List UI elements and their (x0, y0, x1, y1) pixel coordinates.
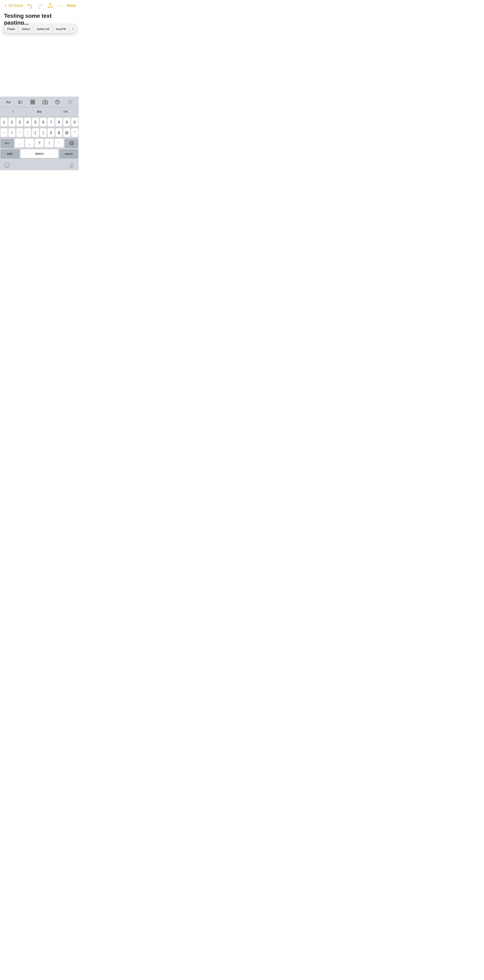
back-button[interactable] (3, 3, 8, 8)
key-0[interactable]: 0 (71, 118, 78, 127)
paste-button[interactable]: Paste (4, 25, 18, 33)
more-button[interactable] (57, 2, 63, 9)
markup-button[interactable] (53, 99, 62, 105)
back-label: All iCloud (8, 4, 23, 8)
nav-bar: All iCloud (0, 0, 79, 11)
key-quote[interactable]: " (71, 128, 78, 137)
key-9[interactable]: 9 (63, 118, 70, 127)
svg-rect-25 (71, 163, 72, 166)
key-comma[interactable]: , (25, 139, 34, 148)
select-button[interactable]: Select (18, 25, 33, 33)
svg-point-13 (44, 102, 46, 103)
action-row: ABC space return (0, 148, 79, 160)
svg-point-22 (5, 163, 10, 168)
autofill-button[interactable]: AutoFill (53, 25, 69, 33)
keyboard-close-button[interactable] (66, 99, 74, 105)
bottom-bar (0, 160, 79, 170)
done-button[interactable]: Done (67, 4, 76, 8)
key-5[interactable]: 5 (32, 118, 39, 127)
checklist-button[interactable] (16, 99, 25, 105)
key-at[interactable]: @ (63, 128, 70, 137)
autocomplete-i[interactable]: i (0, 107, 26, 116)
emoji-button[interactable] (3, 161, 11, 169)
autocomplete-bar: i the i'm (0, 107, 79, 116)
key-ampersand[interactable]: & (56, 128, 62, 137)
key-6[interactable]: 6 (40, 118, 47, 127)
key-exclaim[interactable]: ! (45, 139, 54, 148)
microphone-button[interactable] (68, 161, 75, 169)
key-dash[interactable]: - (1, 128, 8, 137)
key-open-paren[interactable]: ( (32, 128, 39, 137)
more-options-button[interactable]: › (69, 25, 76, 33)
key-slash[interactable]: / (8, 128, 15, 137)
svg-point-23 (6, 164, 6, 165)
key-7[interactable]: 7 (48, 118, 54, 127)
backspace-button[interactable] (65, 139, 78, 148)
svg-point-6 (19, 102, 20, 103)
key-3[interactable]: 3 (16, 118, 23, 127)
punctuation-row: #+= . , ? ! ' (0, 137, 79, 148)
key-2[interactable]: 2 (8, 118, 15, 127)
key-1[interactable]: 1 (1, 118, 8, 127)
return-button[interactable]: return (59, 149, 78, 158)
format-label: Aa (6, 100, 11, 104)
key-8[interactable]: 8 (56, 118, 62, 127)
key-hash-plus-equals[interactable]: #+= (1, 139, 14, 148)
context-menu: Paste Select Select All AutoFill › (4, 25, 76, 33)
key-question[interactable]: ? (35, 139, 44, 148)
select-all-button[interactable]: Select All (33, 25, 53, 33)
svg-point-3 (61, 5, 62, 6)
undo-button[interactable] (27, 2, 33, 9)
abc-button[interactable]: ABC (1, 149, 19, 158)
symbol-row: - / : ; ( ) £ & @ " (0, 127, 79, 137)
svg-rect-8 (31, 100, 35, 104)
camera-button[interactable] (41, 99, 49, 105)
table-button[interactable] (29, 99, 37, 105)
keyboard-area: Aa (0, 97, 79, 170)
number-row: 1 2 3 4 5 6 7 8 9 0 (0, 116, 79, 127)
nav-icons (27, 2, 63, 9)
key-semicolon[interactable]: ; (24, 128, 31, 137)
key-4[interactable]: 4 (24, 118, 31, 127)
svg-point-1 (58, 5, 59, 6)
key-colon[interactable]: : (16, 128, 23, 137)
svg-point-2 (60, 5, 60, 6)
autocomplete-im[interactable]: i'm (53, 107, 79, 116)
keyboard-toolbar: Aa (0, 97, 79, 107)
key-close-paren[interactable]: ) (40, 128, 47, 137)
autocomplete-the[interactable]: the (26, 107, 53, 116)
space-button[interactable]: space (21, 149, 58, 158)
share-button[interactable] (47, 2, 53, 9)
svg-point-24 (8, 164, 8, 165)
redo-button[interactable] (37, 2, 43, 9)
key-period[interactable]: . (15, 139, 24, 148)
nav-left: All iCloud (3, 3, 23, 8)
format-button[interactable]: Aa (5, 99, 12, 105)
key-pound[interactable]: £ (48, 128, 54, 137)
key-apostrophe[interactable]: ' (55, 139, 64, 148)
